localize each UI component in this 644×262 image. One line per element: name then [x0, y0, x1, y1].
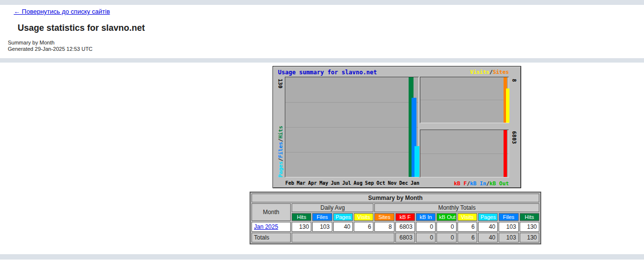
cell-kbin: 0 — [416, 222, 436, 232]
page-title: Usage statistics for slavno.net — [18, 23, 145, 33]
col-header-files: Files — [312, 213, 332, 221]
legend-sites-label: Sites — [493, 69, 509, 75]
table-title: Summary by Month — [252, 194, 539, 202]
axis-separator: / — [277, 139, 284, 142]
month-cell: Jan 2025 — [252, 222, 291, 232]
month-label: May — [320, 180, 328, 186]
total-files: 103 — [499, 233, 518, 242]
y-axis-max-kbytes: 6803 — [511, 131, 517, 144]
graph-visits-sites-legend: Visits/Sites — [470, 69, 509, 75]
usage-summary-graph: Usage summary for slavno.net Visits/Site… — [273, 66, 521, 188]
month-label: Oct — [376, 180, 385, 186]
col-header-visits-total: Visits — [458, 213, 477, 221]
divider-middle — [0, 58, 644, 63]
gridline — [420, 100, 508, 100]
axis-hits-label: Hits — [277, 126, 284, 139]
cell-kbf: 6803 — [395, 222, 415, 232]
month-label: Jun — [331, 180, 340, 186]
back-link[interactable]: ← Повернутись до списку сайтів — [14, 8, 110, 15]
total-kbin: 0 — [416, 233, 436, 242]
kbytes-plot-area — [420, 130, 509, 177]
cell-hits-total: 130 — [520, 222, 539, 232]
cell-files-avg: 103 — [312, 222, 332, 232]
total-hits: 130 — [520, 233, 539, 242]
group-header-daily-avg: Daily Avg — [292, 203, 373, 212]
col-header-pages-total: Pages — [478, 213, 498, 221]
group-header-monthly-totals: Monthly Totals — [374, 203, 539, 212]
totals-empty-cell — [292, 233, 394, 242]
cell-visits-avg: 6 — [354, 222, 373, 232]
legend-separator: / — [467, 180, 470, 187]
col-header-kbout: kB Out — [437, 213, 456, 221]
total-kbout: 0 — [437, 233, 456, 242]
cell-sites: 8 — [374, 222, 394, 232]
y-axis-max-hits: 130 — [277, 79, 283, 88]
month-label: Dec — [399, 180, 408, 186]
col-header-visits: Visits — [354, 213, 373, 221]
axis-pages-label: Pages — [277, 161, 284, 177]
legend-kbin-label: kB In — [470, 180, 486, 187]
total-pages: 40 — [478, 233, 498, 242]
axis-separator: / — [277, 158, 284, 161]
x-axis-month-labels: Feb Mar Apr May Jun Jul Aug Sep Oct Nov … — [285, 180, 420, 186]
axis-files-label: Files — [277, 142, 284, 158]
graph-title: Usage summary for slavno.net — [278, 69, 377, 76]
graph-kb-legend: kB F/kB In/kB Out — [454, 180, 509, 187]
summary-by-month-table: Summary by Month Month Daily Avg Monthly… — [250, 192, 541, 244]
total-kbf: 6803 — [395, 233, 415, 242]
legend-kbout-label: kB Out — [489, 180, 509, 187]
month-label: Nov — [388, 180, 396, 186]
gridline — [420, 153, 508, 154]
visits-sites-plot-area — [420, 77, 509, 123]
col-header-kbf: kB F — [395, 213, 415, 221]
cell-files-total: 103 — [499, 222, 518, 232]
divider-bottom — [0, 254, 644, 260]
bar-visits-jan — [506, 88, 509, 123]
table-row: Jan 2025 130 103 40 6 8 6803 0 0 6 40 10… — [252, 222, 539, 232]
divider-top — [0, 0, 644, 5]
cell-visits-total: 6 — [458, 222, 477, 232]
cell-pages-avg: 40 — [333, 222, 353, 232]
month-label: Aug — [354, 180, 363, 186]
cell-hits-avg: 130 — [292, 222, 311, 232]
cell-pages-total: 40 — [478, 222, 498, 232]
bar-pages-jan — [414, 146, 419, 177]
y-axis-max-sites: 8 — [511, 79, 517, 82]
generated-timestamp: Generated 29-Jan-2025 12:53 UTC — [8, 46, 92, 52]
y-axis-label-pages-files-hits: Pages/Files/Hits — [277, 126, 284, 177]
col-header-kbin: kB In — [416, 213, 436, 221]
month-link[interactable]: Jan 2025 — [254, 223, 278, 230]
gridline — [285, 102, 418, 103]
main-plot-area — [285, 77, 419, 177]
gridline — [285, 152, 418, 153]
col-header-pages: Pages — [333, 213, 353, 221]
legend-visits-label: Visits — [470, 69, 490, 75]
month-label: Feb — [285, 180, 294, 186]
col-header-sites: Sites — [374, 213, 394, 221]
month-label: Mar — [297, 180, 305, 186]
total-visits: 6 — [458, 233, 477, 242]
month-label: Apr — [308, 180, 317, 186]
col-header-month: Month — [252, 203, 291, 221]
totals-row: Totals 6803 0 0 6 40 103 130 — [252, 233, 539, 242]
col-header-hits-total: Hits — [520, 213, 539, 221]
col-header-hits: Hits — [292, 213, 311, 221]
month-label: Jul — [342, 180, 351, 186]
legend-separator: / — [489, 69, 493, 75]
cell-kbout: 0 — [437, 222, 456, 232]
summary-by-month-label: Summary by Month — [8, 40, 54, 45]
legend-kbf-label: kB F — [454, 180, 467, 187]
totals-label: Totals — [252, 233, 291, 242]
month-label: Jan — [411, 180, 419, 186]
col-header-files-total: Files — [499, 213, 518, 221]
month-label: Sep — [365, 180, 374, 186]
bar-kbf-jan — [504, 130, 507, 177]
gridline — [285, 127, 418, 128]
